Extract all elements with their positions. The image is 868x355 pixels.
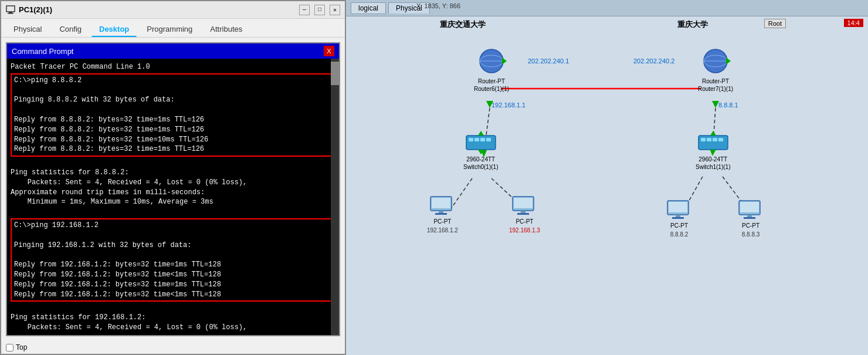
title-bar-controls: — □ ✕ [299,5,340,15]
router7-icon [700,46,731,76]
cmd-window: Command Prompt X Packet Tracer PC Comman… [6,42,340,336]
tab-attributes[interactable]: Attributes [202,22,250,36]
cmd-line-14: Minimum = 1ms, Maximum = 10ms, Average =… [11,197,335,207]
cmd-line-18: Pinging 192.168.1.2 with 32 bytes of dat… [14,241,332,251]
svg-rect-0 [6,6,15,12]
svg-rect-38 [713,138,717,141]
window-title: PC1(2)(1) [19,5,52,14]
svg-marker-40 [710,131,716,136]
svg-rect-31 [480,138,485,141]
pc3-icon [666,200,692,221]
svg-marker-33 [478,131,484,136]
section-label-right: 重庆大学 [677,19,708,30]
cmd-ping2-block: C:\>ping 192.168.1.2 Pinging 192.168.1.2… [11,218,335,302]
pc3[interactable]: PC-PT 8.8.8.2 [666,200,692,238]
svg-rect-57 [740,202,759,212]
pc3-ip: 8.8.8.2 [670,231,689,238]
svg-rect-30 [474,138,479,141]
cmd-line-7: Reply from 8.8.8.2: bytes=32 time=1ms TT… [14,125,332,135]
cmd-line-15 [11,207,335,217]
router6[interactable]: Router-PTRouter6(1)(1) [474,46,509,93]
cmd-line-25: Ping statistics for 192.168.1.2: [11,313,335,323]
switch1-icon [697,131,729,154]
cmd-body[interactable]: Packet Tracer PC Command Line 1.0 C:\>pi… [7,59,339,335]
cmd-line-5 [14,105,332,115]
cmd-ping1-block: C:\>ping 8.8.8.2 Pinging 8.8.8.2 with 32… [11,73,335,157]
root-badge: Root [764,19,786,28]
cmd-line-10 [11,158,335,168]
svg-rect-48 [517,213,529,215]
cmd-line-24 [11,303,335,313]
top-checkbox[interactable] [6,344,13,351]
cmd-close-button[interactable]: X [324,46,334,56]
pc2-ip: 192.168.1.3 [509,226,540,234]
pc2-icon [511,195,537,217]
pc4-icon [738,200,764,221]
cmd-line-16: C:\>ping 192.168.1.2 [14,221,332,231]
cmd-title: Command Prompt [12,47,73,56]
top-checkbox-label: Top [16,343,27,351]
svg-rect-2 [8,13,13,14]
cmd-line-20: Reply from 192.168.1.2: bytes=32 time=1m… [14,260,332,270]
network-canvas: 重庆交通大学 重庆大学 Router-PTRouter6(1)(1) Route… [346,16,868,355]
cmd-line-3 [14,86,332,96]
tab-programming[interactable]: Programming [139,22,200,36]
switch1[interactable]: 2960-24TTSwitch1(1)(1) [696,131,730,171]
cmd-line-11: Ping statistics for 8.8.8.2: [11,168,335,178]
svg-marker-41 [710,150,716,154]
svg-rect-37 [707,138,711,141]
title-bar: PC1(2)(1) — □ ✕ [1,1,345,19]
connections-svg [346,33,868,355]
pc2[interactable]: PC-PT 192.168.1.3 [509,195,540,234]
cmd-line-4: Pinging 8.8.8.2 with 32 bytes of data: [14,95,332,105]
svg-rect-55 [747,215,752,217]
svg-marker-27 [726,58,731,65]
maximize-button[interactable]: □ [314,5,325,15]
cmd-line-8: Reply from 8.8.8.2: bytes=32 time=10ms T… [14,135,332,145]
switch0[interactable]: 2960-24TTSwitch0(1)(1) [463,131,498,171]
cmd-scrollbar-thumb[interactable] [331,62,339,85]
pc4-label: PC-PT [742,222,760,229]
svg-rect-52 [672,217,684,219]
router7[interactable]: Router-PTRouter7(1)(1) [698,46,733,93]
cmd-line-23: Reply from 192.168.1.2: bytes=32 time<1m… [14,290,332,300]
content-area: Command Prompt X Packet Tracer PC Comman… [1,38,345,341]
tab-config[interactable]: Config [52,22,89,36]
svg-rect-29 [469,138,473,141]
pc1-label: PC-PT [433,218,451,225]
cmd-line-1: Packet Tracer PC Command Line 1.0 [11,62,335,72]
switch0-label: 2960-24TTSwitch0(1)(1) [463,155,498,171]
svg-rect-49 [514,198,533,208]
svg-rect-53 [669,202,687,212]
switch0-icon [465,131,497,154]
cmd-line-22: Reply from 192.168.1.2: bytes=32 time=1m… [14,280,332,290]
pc1-icon [429,195,455,217]
tab-desktop[interactable]: Desktop [91,22,137,37]
svg-rect-28 [466,136,496,150]
pc4[interactable]: PC-PT 8.8.8.3 [738,200,764,238]
network-panel: logical Physical X: 1835, Y: 866 [346,0,868,355]
cmd-line-12: Packets: Sent = 4, Received = 4, Lost = … [11,178,335,188]
toolbar-tab-logical[interactable]: logical [351,2,386,14]
svg-rect-1 [9,12,12,13]
close-button[interactable]: ✕ [330,5,340,15]
svg-rect-43 [439,211,443,213]
pc-window: PC1(2)(1) — □ ✕ Physical Config Desktop … [0,0,346,355]
bottom-bar: Top [1,341,345,354]
minimize-button[interactable]: — [299,5,310,15]
tab-physical[interactable]: Physical [6,22,49,36]
svg-marker-23 [502,58,507,65]
ip-202-240-1: 202.202.240.1 [528,58,569,65]
cmd-line-21: Reply from 192.168.1.2: bytes=32 time<1m… [14,270,332,280]
cmd-line-2: C:\>ping 8.8.8.2 [14,76,332,86]
switch1-label: 2960-24TTSwitch1(1)(1) [696,155,730,171]
coordinates-display: X: 1835, Y: 866 [416,2,460,9]
svg-rect-39 [718,138,723,141]
pc4-ip: 8.8.8.3 [742,231,760,238]
cmd-title-bar: Command Prompt X [7,43,339,59]
cmd-scrollbar[interactable] [331,59,339,335]
cmd-line-17 [14,231,332,241]
title-bar-left: PC1(2)(1) [6,5,52,15]
svg-rect-36 [701,138,706,141]
pc1[interactable]: PC-PT 192.168.1.2 [427,195,458,234]
